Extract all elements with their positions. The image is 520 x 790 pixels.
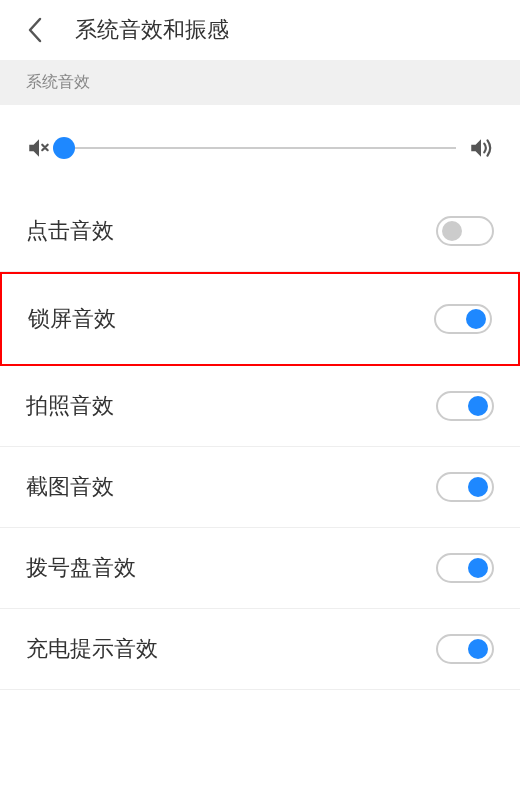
toggle-switch[interactable] — [436, 391, 494, 421]
toggle-switch[interactable] — [436, 634, 494, 664]
setting-label: 拍照音效 — [26, 391, 114, 421]
toggle-switch[interactable] — [436, 472, 494, 502]
setting-label: 点击音效 — [26, 216, 114, 246]
setting-row: 充电提示音效 — [0, 609, 520, 690]
chevron-left-icon — [27, 17, 43, 43]
setting-label: 截图音效 — [26, 472, 114, 502]
toggle-knob — [442, 221, 462, 241]
setting-label: 锁屏音效 — [28, 304, 116, 334]
toggle-knob — [466, 309, 486, 329]
slider-track — [64, 147, 456, 149]
back-button[interactable] — [20, 15, 50, 45]
toggle-switch[interactable] — [436, 216, 494, 246]
toggle-knob — [468, 477, 488, 497]
setting-label: 充电提示音效 — [26, 634, 158, 664]
setting-label: 拨号盘音效 — [26, 553, 136, 583]
toggle-switch[interactable] — [436, 553, 494, 583]
page-title: 系统音效和振感 — [75, 15, 229, 45]
volume-slider-row — [0, 105, 520, 191]
setting-row: 拍照音效 — [0, 366, 520, 447]
toggle-knob — [468, 396, 488, 416]
volume-up-icon — [468, 135, 494, 161]
setting-row: 截图音效 — [0, 447, 520, 528]
toggle-knob — [468, 558, 488, 578]
section-header: 系统音效 — [0, 60, 520, 105]
slider-thumb[interactable] — [53, 137, 75, 159]
setting-row: 拨号盘音效 — [0, 528, 520, 609]
volume-mute-icon — [26, 135, 52, 161]
toggle-knob — [468, 639, 488, 659]
header: 系统音效和振感 — [0, 0, 520, 60]
setting-row: 锁屏音效 — [0, 272, 520, 366]
volume-slider[interactable] — [64, 138, 456, 158]
setting-row: 点击音效 — [0, 191, 520, 272]
toggle-switch[interactable] — [434, 304, 492, 334]
